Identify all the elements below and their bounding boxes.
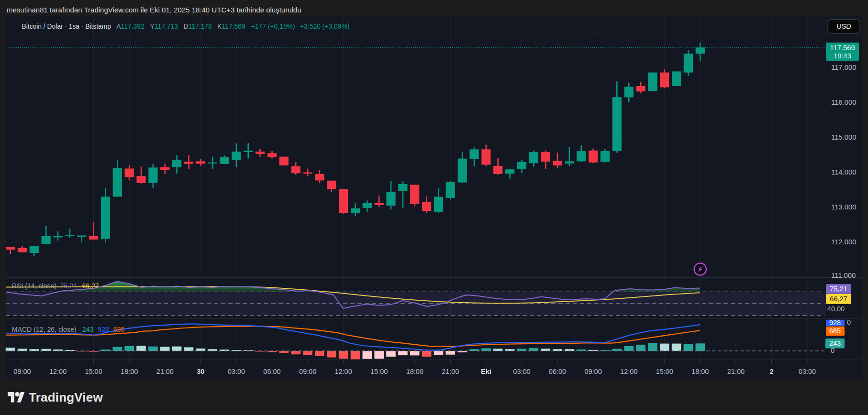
svg-text:0: 0 [847, 318, 851, 326]
svg-text:21:00: 21:00 [156, 368, 174, 375]
svg-text:928: 928 [98, 326, 109, 333]
svg-text:USD: USD [836, 22, 851, 30]
svg-text:18:00: 18:00 [121, 368, 138, 375]
svg-text:09:00: 09:00 [584, 368, 601, 375]
svg-text:115.000: 115.000 [831, 133, 856, 141]
svg-text:06:00: 06:00 [263, 368, 280, 375]
svg-text:30: 30 [197, 368, 204, 375]
svg-text:Bitcoin / Dolar · 1sa · Bitsta: Bitcoin / Dolar · 1sa · Bitstamp [22, 23, 111, 30]
svg-text:75,21: 75,21 [60, 282, 77, 290]
svg-text:09:00: 09:00 [13, 368, 31, 375]
svg-text:12:00: 12:00 [334, 368, 352, 375]
svg-text:111.000: 111.000 [831, 272, 856, 279]
svg-text:21:00: 21:00 [727, 368, 745, 375]
svg-text:Eki: Eki [481, 368, 491, 375]
svg-text:19:43: 19:43 [834, 52, 851, 60]
svg-text:MACD (12, 26, close): MACD (12, 26, close) [12, 326, 77, 333]
svg-text:112.000: 112.000 [831, 238, 856, 246]
svg-text:TradingView: TradingView [29, 390, 103, 404]
svg-text:116.000: 116.000 [831, 98, 856, 106]
svg-text:243: 243 [82, 326, 94, 333]
svg-text:114.000: 114.000 [831, 168, 856, 176]
svg-text:0: 0 [831, 347, 835, 354]
svg-text:243: 243 [829, 339, 841, 347]
svg-text:117.000: 117.000 [831, 64, 856, 71]
svg-text:40,00: 40,00 [827, 305, 845, 313]
svg-text:2: 2 [769, 368, 773, 375]
svg-text:12:00: 12:00 [49, 368, 67, 375]
svg-text:66,27: 66,27 [830, 295, 847, 303]
svg-text:928: 928 [829, 319, 841, 327]
svg-text:117.569: 117.569 [830, 44, 855, 52]
svg-text:03:00: 03:00 [228, 368, 245, 375]
svg-text:A117.392Y117.713D117.178K117.5: A117.392Y117.713D117.178K117.569+177 (+0… [116, 22, 349, 30]
svg-text:113.000: 113.000 [831, 203, 856, 211]
svg-text:15:00: 15:00 [656, 368, 673, 375]
svg-text:21:00: 21:00 [442, 368, 459, 375]
svg-text:03:00: 03:00 [799, 368, 816, 375]
svg-text:12:00: 12:00 [620, 368, 637, 375]
svg-text:03:00: 03:00 [513, 368, 530, 375]
svg-text:685: 685 [113, 326, 125, 333]
svg-text:15:00: 15:00 [370, 368, 388, 375]
svg-text:09:00: 09:00 [299, 368, 316, 375]
svg-text:06:00: 06:00 [549, 368, 566, 375]
svg-text:18:00: 18:00 [406, 368, 423, 375]
svg-text:685: 685 [829, 327, 841, 335]
svg-text:18:00: 18:00 [691, 368, 709, 375]
svg-text:RSI (14, close): RSI (14, close) [12, 282, 56, 290]
svg-text:75,21: 75,21 [830, 285, 847, 293]
svg-text:mesutinan81 tarafından Trading: mesutinan81 tarafından TradingView.com i… [7, 6, 301, 14]
svg-text:66,27: 66,27 [82, 282, 99, 290]
svg-text:15:00: 15:00 [85, 368, 102, 375]
